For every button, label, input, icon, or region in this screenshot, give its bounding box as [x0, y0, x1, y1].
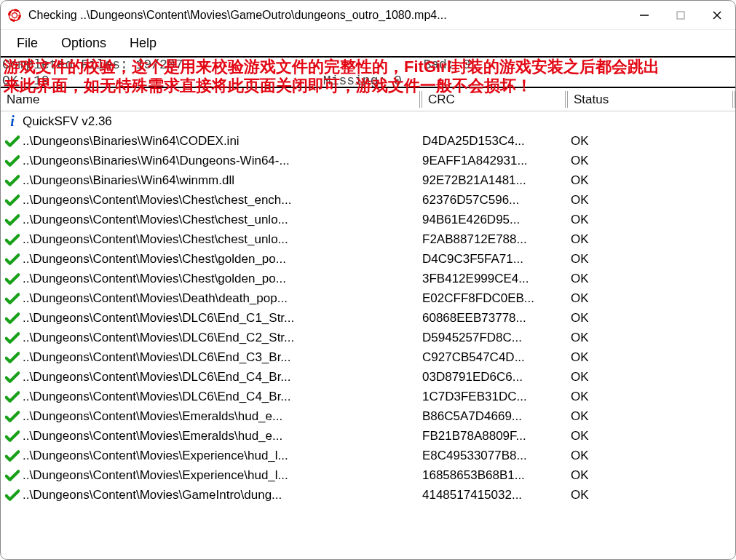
file-name: QuickSFV v2.36	[21, 114, 422, 129]
check-icon	[4, 371, 21, 384]
check-icon	[4, 312, 21, 325]
list-row[interactable]: ..\Dungeons\Content\Movies\Experience\hu…	[1, 446, 735, 465]
check-icon	[4, 351, 21, 364]
list-row[interactable]: ..\Dungeons\Content\Movies\Chest\chest_u…	[1, 229, 735, 249]
list-row[interactable]: ..\Dungeons\Content\Movies\DLC6\End_C4_B…	[1, 367, 735, 387]
missing-value: 0	[386, 74, 402, 88]
maximize-button[interactable]	[662, 1, 699, 29]
list-row[interactable]: ..\Dungeons\Content\Movies\Chest\chest_e…	[1, 190, 735, 210]
file-crc: 62376D57C596...	[422, 193, 568, 208]
check-icon	[4, 449, 21, 462]
check-icon	[4, 430, 21, 443]
file-name: ..\Dungeons\Binaries\Win64\CODEX.ini	[21, 134, 422, 149]
check-icon	[4, 390, 21, 403]
list-row[interactable]: ..\Dungeons\Content\Movies\Chest\golden_…	[1, 249, 735, 269]
file-crc: E02CFF8FDC0EB...	[422, 291, 568, 306]
list-row[interactable]: ..\Dungeons\Binaries\Win64\CODEX.iniD4DA…	[1, 131, 735, 151]
menubar: File Options Help	[1, 30, 735, 56]
file-status: OK	[568, 449, 735, 463]
file-name: ..\Dungeons\Content\Movies\DLC6\End_C3_B…	[21, 350, 422, 365]
window-title: Checking ..\Dungeons\Content\Movies\Game…	[28, 9, 447, 22]
file-status: OK	[568, 390, 735, 404]
file-crc: 92E72B21A1481...	[422, 173, 568, 188]
header-name-label: Name	[7, 92, 39, 107]
file-list-container: iQuickSFV v2.36..\Dungeons\Binaries\Win6…	[1, 111, 735, 559]
completed-files-value: 19/207	[128, 58, 183, 72]
file-name: ..\Dungeons\Content\Movies\GameIntro\dun…	[21, 488, 422, 502]
check-icon	[4, 135, 21, 148]
svg-rect-3	[677, 12, 684, 19]
header-status-label: Status	[574, 92, 609, 107]
file-name: ..\Dungeons\Content\Movies\Experience\hu…	[21, 468, 422, 483]
check-icon	[4, 331, 21, 344]
app-icon	[8, 9, 21, 22]
file-name: ..\Dungeons\Content\Movies\DLC6\End_C4_B…	[21, 370, 422, 384]
check-icon	[4, 489, 21, 502]
check-icon	[4, 410, 21, 423]
list-row[interactable]: ..\Dungeons\Content\Movies\GameIntro\dun…	[1, 485, 735, 505]
file-status: OK	[568, 213, 735, 227]
file-crc: 1C7D3FEB31DC...	[422, 390, 568, 404]
list-row[interactable]: ..\Dungeons\Content\Movies\Chest\golden_…	[1, 269, 735, 288]
header-crc[interactable]: CRC	[422, 88, 568, 111]
file-status: OK	[568, 409, 735, 424]
file-crc: 3FB412E999CE4...	[422, 272, 568, 286]
file-name: ..\Dungeons\Content\Movies\Chest\golden_…	[21, 272, 422, 286]
file-name: ..\Dungeons\Binaries\Win64\Dungeons-Win6…	[21, 154, 422, 168]
header-status[interactable]: Status	[568, 88, 735, 111]
file-crc: E8C49533077B8...	[422, 449, 568, 463]
list-row[interactable]: ..\Dungeons\Binaries\Win64\Dungeons-Win6…	[1, 151, 735, 170]
file-name: ..\Dungeons\Content\Movies\Chest\chest_u…	[21, 213, 422, 227]
file-crc: F2AB88712E788...	[422, 232, 568, 247]
list-row[interactable]: iQuickSFV v2.36	[1, 111, 735, 131]
file-list[interactable]: iQuickSFV v2.36..\Dungeons\Binaries\Win6…	[1, 111, 735, 559]
check-icon	[4, 253, 21, 266]
check-icon	[4, 233, 21, 246]
file-name: ..\Dungeons\Content\Movies\Emeralds\hud_…	[21, 429, 422, 443]
list-row[interactable]: ..\Dungeons\Content\Movies\DLC6\End_C2_S…	[1, 328, 735, 347]
menu-help[interactable]: Help	[119, 33, 167, 54]
file-name: ..\Dungeons\Binaries\Win64\winmm.dll	[21, 173, 422, 188]
file-crc: D4C9C3F5FA71...	[422, 252, 568, 267]
file-crc: 60868EEB73778...	[422, 311, 568, 326]
file-status: OK	[568, 252, 735, 267]
close-button[interactable]	[699, 1, 735, 29]
list-row[interactable]: ..\Dungeons\Content\Movies\Experience\hu…	[1, 465, 735, 485]
file-name: ..\Dungeons\Content\Movies\Chest\chest_u…	[21, 232, 422, 247]
file-crc: 4148517415032...	[422, 488, 568, 502]
file-status: OK	[568, 429, 735, 443]
svg-point-1	[12, 12, 17, 17]
file-name: ..\Dungeons\Content\Movies\Emeralds\hud_…	[21, 409, 422, 424]
check-icon	[4, 194, 21, 207]
missing-label: Missing:	[323, 74, 386, 88]
completed-files-label: Completed Files:	[2, 58, 128, 72]
list-row[interactable]: ..\Dungeons\Content\Movies\DLC6\End_C1_S…	[1, 308, 735, 328]
list-row[interactable]: ..\Dungeons\Binaries\Win64\winmm.dll92E7…	[1, 170, 735, 190]
file-status: OK	[568, 154, 735, 168]
header-name[interactable]: Name	[1, 88, 422, 111]
file-name: ..\Dungeons\Content\Movies\Experience\hu…	[21, 449, 422, 463]
file-name: ..\Dungeons\Content\Movies\Death\death_p…	[21, 291, 422, 306]
header-crc-label: CRC	[428, 92, 455, 107]
bad-label: Bad:	[423, 58, 454, 72]
file-crc: C927CB547C4D...	[422, 350, 568, 365]
list-row[interactable]: ..\Dungeons\Content\Movies\Emeralds\hud_…	[1, 426, 735, 446]
list-row[interactable]: ..\Dungeons\Content\Movies\Death\death_p…	[1, 288, 735, 308]
list-row[interactable]: ..\Dungeons\Content\Movies\DLC6\End_C4_B…	[1, 387, 735, 406]
list-row[interactable]: ..\Dungeons\Content\Movies\Emeralds\hud_…	[1, 406, 735, 426]
progress-and-header-area: Completed Files: 19/207 Bad: 0 OK: 19 Mi…	[1, 56, 735, 111]
menu-options[interactable]: Options	[51, 33, 116, 54]
file-status: OK	[568, 193, 735, 208]
file-status: OK	[568, 331, 735, 345]
file-crc: D5945257FD8C...	[422, 331, 568, 345]
menu-file[interactable]: File	[7, 33, 48, 54]
file-crc: 03D8791ED6C6...	[422, 370, 568, 384]
list-row[interactable]: ..\Dungeons\Content\Movies\Chest\chest_u…	[1, 210, 735, 229]
file-status: OK	[568, 291, 735, 306]
check-icon	[4, 174, 21, 187]
file-crc: 9EAFF1A842931...	[422, 154, 568, 168]
list-row[interactable]: ..\Dungeons\Content\Movies\DLC6\End_C3_B…	[1, 347, 735, 367]
minimize-button[interactable]	[626, 1, 662, 29]
check-icon	[4, 213, 21, 226]
window-buttons	[626, 1, 735, 29]
